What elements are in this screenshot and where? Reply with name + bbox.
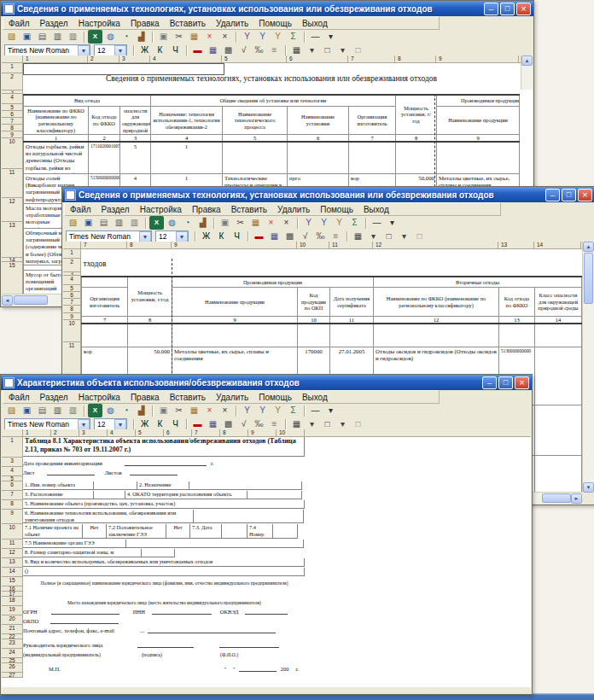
row-header[interactable]: 5 (63, 285, 80, 292)
filter-2-icon[interactable]: Y (317, 216, 331, 230)
cell-empty[interactable] (535, 456, 582, 493)
menu-help[interactable]: Помощь (253, 393, 297, 402)
header-process-name[interactable]: Наименование технологического процесса (223, 107, 288, 135)
cell-empty[interactable] (349, 142, 396, 174)
column-header[interactable]: 1 (23, 55, 88, 62)
location-cell[interactable] (93, 491, 125, 499)
cell-r10-class[interactable]: 5 (120, 142, 151, 174)
sheet-field[interactable] (47, 469, 95, 475)
filter-3-icon[interactable]: Y (271, 404, 285, 417)
header-manufacturer[interactable]: Организация изготовитель (82, 288, 128, 317)
column-header[interactable]: 7 (81, 242, 127, 248)
row-header[interactable]: 5 (2, 104, 22, 111)
menu-section[interactable]: Раздел (96, 205, 135, 214)
inventory-date-row[interactable]: Дата проведения инвентаризации г. (23, 458, 306, 467)
scroll-down-icon[interactable] (583, 482, 594, 493)
filter-sum-icon[interactable]: Σ (347, 216, 362, 230)
postal-row[interactable]: Почтовый адрес, телефон, факс, e-mail ..… (23, 625, 306, 634)
okpo-row[interactable]: ОКПО (23, 615, 306, 625)
column-header[interactable]: 11 (329, 242, 373, 248)
menu-insert[interactable]: Вставить (226, 205, 272, 214)
column-header[interactable]: 10 (277, 429, 305, 436)
menu-edit[interactable]: Правка (187, 205, 226, 214)
export-html-icon[interactable]: ◍ (103, 30, 118, 44)
filter-sum-icon[interactable]: Σ (286, 30, 300, 44)
inv-number-cell[interactable] (93, 481, 137, 490)
header-power[interactable]: Мощность установки, т/год (396, 95, 437, 135)
row-header[interactable]: 12 (2, 549, 22, 558)
filter-1-icon[interactable]: Y (240, 404, 254, 417)
cell-empty[interactable] (396, 142, 437, 174)
column-header[interactable]: 3 (79, 429, 108, 436)
column-header[interactable]: 8 (220, 429, 248, 436)
export-html-icon[interactable]: ◍ (103, 404, 118, 417)
cell-empty[interactable] (499, 324, 535, 347)
row-header[interactable]: 8 (2, 500, 22, 510)
gee-conclusion-value[interactable]: Нет (166, 524, 190, 539)
cut-icon[interactable]: ✂ (233, 216, 248, 230)
row-header[interactable]: 26 (2, 663, 22, 673)
group-waste-type[interactable]: Вид отхода (24, 95, 151, 107)
colnum-cell[interactable]: 2 (89, 135, 120, 143)
menu-delete[interactable]: Удалить (272, 205, 315, 214)
group-products[interactable]: Производимая продукция (172, 277, 374, 288)
column-header[interactable]: 8 (395, 55, 436, 62)
refresh-icon[interactable]: ◔ (119, 30, 133, 44)
print-icon[interactable]: ▥ (50, 404, 65, 417)
row-header[interactable]: 10 (2, 524, 22, 540)
size-select-arrow-icon[interactable]: ▼ (114, 419, 126, 430)
colnum-cell[interactable]: 10 (298, 317, 330, 324)
row-header[interactable]: 9 (63, 313, 80, 320)
header-purpose[interactable]: Назначение: технология использования-1, … (151, 107, 223, 135)
menu-settings[interactable]: Настройка (135, 205, 187, 214)
filter-3-icon[interactable]: Y (271, 30, 285, 44)
print-preview-icon[interactable]: ▤ (35, 404, 50, 417)
colnum-cell[interactable]: 12 (374, 317, 499, 324)
row-header[interactable]: 2 (2, 73, 22, 90)
signature-field[interactable] (137, 641, 194, 648)
column-header[interactable]: 13 (498, 242, 534, 248)
chart-icon[interactable]: ▟ (134, 30, 148, 44)
line-style-icon[interactable]: — (308, 404, 323, 417)
row-header[interactable]: 6 (63, 292, 80, 299)
export-html-icon[interactable]: ◍ (165, 216, 179, 230)
cell-r10-code[interactable]: 1711020001005 (89, 142, 120, 174)
header-fkko-name[interactable]: Наименование по ФККО (наименование по ре… (374, 288, 499, 317)
label-waste-kinds[interactable]: 9. Вид и количество используемых, обезвр… (23, 558, 305, 567)
save-icon[interactable]: ▣ (81, 216, 96, 230)
colnum-cell[interactable]: 5 (223, 135, 288, 143)
row-header[interactable]: 6 (2, 481, 22, 491)
label-inv-number[interactable]: 1. Инв. номер объекта (23, 481, 94, 490)
row-header[interactable]: 11 (2, 169, 22, 198)
row-header[interactable]: 7 (63, 299, 80, 306)
row-header[interactable]: 15 (2, 262, 22, 295)
filter-1-icon[interactable]: Y (301, 216, 316, 230)
refresh-icon[interactable]: ◔ (180, 216, 195, 230)
column-header[interactable]: 4 (150, 55, 222, 62)
print-icon[interactable]: ▥ (50, 30, 65, 44)
print-settings-icon[interactable]: ▥ (66, 30, 80, 44)
header-product-name[interactable]: Наименование продукции (437, 107, 520, 135)
refresh-icon[interactable]: ◔ (119, 404, 133, 417)
titlebar[interactable]: Сведения о применяемых технологиях, уста… (1, 1, 533, 16)
copy-icon[interactable]: ▣ (218, 216, 232, 230)
label-gee-org[interactable]: 7.5 Наименование органа ГЭЭ (23, 540, 126, 548)
paste-icon[interactable]: ▦ (248, 216, 263, 230)
gee-date-cell[interactable] (221, 524, 248, 539)
okato-cell[interactable] (247, 491, 302, 499)
postal-field[interactable] (148, 627, 276, 633)
row-header[interactable]: 4 (63, 276, 80, 285)
header-okp-code[interactable]: Код продукции по ОКП (298, 288, 330, 317)
cell-empty[interactable] (172, 324, 298, 347)
colnum-cell[interactable]: 8 (128, 317, 172, 324)
column-header[interactable]: 12 (373, 242, 498, 248)
menu-help[interactable]: Помощь (315, 205, 358, 214)
header-manufacturer[interactable]: Организация изготовитель (349, 107, 396, 135)
label-project-exists[interactable]: 7.1 Наличие проекта на объект (23, 524, 83, 539)
colnum-cell[interactable]: 13 (499, 317, 535, 324)
scroll-up-icon[interactable] (521, 55, 533, 66)
colnum-cell[interactable]: 6 (288, 135, 349, 143)
row-header[interactable]: 7 (2, 491, 22, 500)
ruler-corner[interactable] (2, 429, 23, 436)
label-okato[interactable]: 4. ОКАТО территории расположения объекта… (125, 491, 248, 499)
